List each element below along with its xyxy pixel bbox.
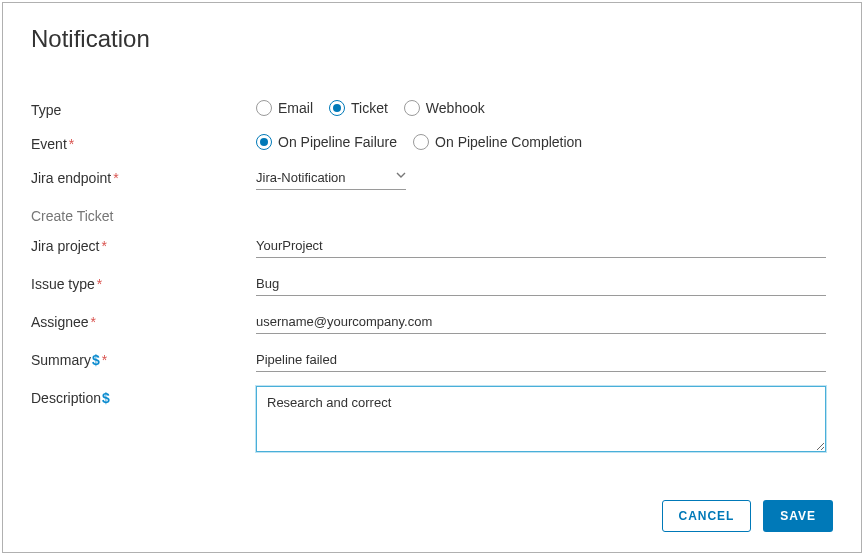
assignee-input[interactable] [256, 310, 826, 334]
radio-label: Ticket [351, 100, 388, 116]
field-wrap [256, 348, 831, 372]
radio-webhook[interactable]: Webhook [404, 100, 485, 116]
save-button[interactable]: SAVE [763, 500, 833, 532]
required-indicator: * [102, 352, 107, 368]
radio-ticket[interactable]: Ticket [329, 100, 388, 116]
issue-type-input[interactable] [256, 272, 826, 296]
row-description: Description$ [31, 386, 831, 456]
row-issue-type: Issue type* [31, 272, 831, 296]
label-text: Jira endpoint [31, 170, 111, 186]
row-event: Event* On Pipeline Failure On Pipeline C… [31, 132, 831, 152]
radio-circle-icon [413, 134, 429, 150]
radio-pipeline-completion[interactable]: On Pipeline Completion [413, 134, 582, 150]
jira-project-input[interactable] [256, 234, 826, 258]
page-title: Notification [31, 25, 150, 53]
field-wrap [256, 234, 831, 258]
footer-actions: CANCEL SAVE [662, 500, 833, 532]
radio-email[interactable]: Email [256, 100, 313, 116]
label-issue-type: Issue type* [31, 272, 256, 292]
radio-pipeline-failure[interactable]: On Pipeline Failure [256, 134, 397, 150]
label-event: Event* [31, 132, 256, 152]
event-radio-group: On Pipeline Failure On Pipeline Completi… [256, 132, 582, 150]
row-jira-endpoint: Jira endpoint* [31, 166, 831, 190]
field-wrap [256, 386, 831, 456]
label-text: Assignee [31, 314, 89, 330]
radio-label: Webhook [426, 100, 485, 116]
radio-label: On Pipeline Completion [435, 134, 582, 150]
label-text: Description [31, 390, 101, 406]
section-create-ticket: Create Ticket [31, 204, 256, 224]
label-text: Jira project [31, 238, 99, 254]
radio-circle-checked-icon [329, 100, 345, 116]
label-type: Type [31, 98, 256, 118]
label-summary: Summary$* [31, 348, 256, 368]
variable-icon[interactable]: $ [102, 390, 110, 406]
radio-circle-icon [256, 100, 272, 116]
label-jira-project: Jira project* [31, 234, 256, 254]
row-jira-project: Jira project* [31, 234, 831, 258]
row-create-ticket-heading: Create Ticket [31, 204, 831, 224]
field-wrap [256, 310, 831, 334]
notification-panel: Notification Type Email Ticket Webhook [2, 2, 862, 553]
label-text: Issue type [31, 276, 95, 292]
notification-form: Type Email Ticket Webhook Event* [31, 98, 831, 470]
required-indicator: * [97, 276, 102, 292]
label-jira-endpoint: Jira endpoint* [31, 166, 256, 186]
row-type: Type Email Ticket Webhook [31, 98, 831, 118]
radio-circle-icon [404, 100, 420, 116]
type-radio-group: Email Ticket Webhook [256, 98, 485, 116]
jira-endpoint-value[interactable] [256, 166, 406, 190]
variable-icon[interactable]: $ [92, 352, 100, 368]
label-text: Event [31, 136, 67, 152]
row-summary: Summary$* [31, 348, 831, 372]
description-textarea[interactable] [256, 386, 826, 452]
radio-circle-checked-icon [256, 134, 272, 150]
radio-label: On Pipeline Failure [278, 134, 397, 150]
label-text: Summary [31, 352, 91, 368]
label-assignee: Assignee* [31, 310, 256, 330]
label-description: Description$ [31, 386, 256, 406]
required-indicator: * [91, 314, 96, 330]
field-wrap [256, 272, 831, 296]
row-assignee: Assignee* [31, 310, 831, 334]
jira-endpoint-select[interactable] [256, 166, 406, 190]
cancel-button[interactable]: CANCEL [662, 500, 752, 532]
required-indicator: * [101, 238, 106, 254]
radio-label: Email [278, 100, 313, 116]
required-indicator: * [113, 170, 118, 186]
required-indicator: * [69, 136, 74, 152]
summary-input[interactable] [256, 348, 826, 372]
